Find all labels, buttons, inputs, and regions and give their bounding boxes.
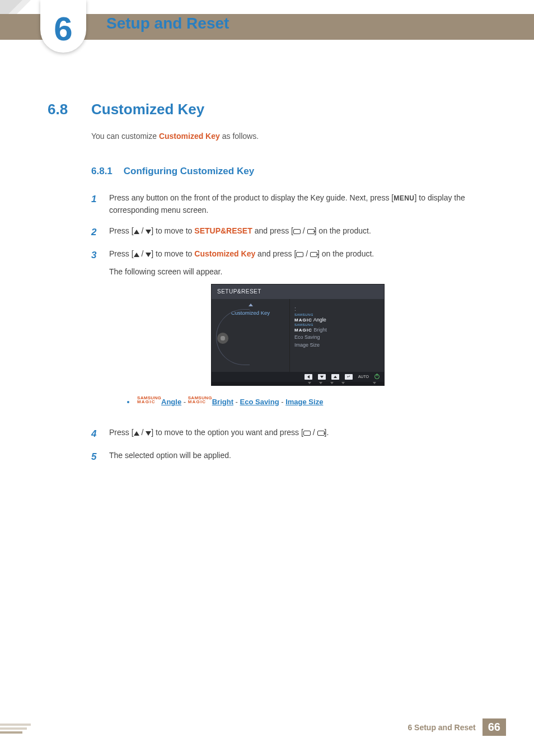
footer-decoration (0, 724, 39, 734)
step-number: 2 (91, 225, 99, 240)
source-icon (293, 229, 301, 234)
step-body: Press [ / ] to move to SETUP&RESET and p… (109, 225, 486, 240)
chapter-number: 6 (54, 10, 72, 48)
left-arrow-icon (305, 374, 312, 380)
up-arrow-icon (134, 230, 139, 234)
power-icon (374, 374, 380, 379)
link-image-size[interactable]: Image Size (285, 398, 323, 406)
subsection-heading-row: 6.8.1 Configuring Customized Key (91, 166, 486, 177)
section-heading-row: 6.8 Customized Key (48, 101, 486, 118)
enter-icon (310, 252, 317, 257)
gear-icon (217, 333, 228, 344)
samsung-magic-tag: SAMSUNGMAGIC (137, 396, 161, 404)
up-arrow-icon (134, 431, 139, 436)
osd-colon: : (294, 306, 296, 312)
osd-nav-bar: ↵ AUTO (212, 372, 384, 382)
intro-post: as follows. (220, 132, 259, 141)
step-2: 2 Press [ / ] to move to SETUP&RESET and… (91, 225, 486, 240)
step-body: Press any button on the front of the pro… (109, 192, 486, 217)
intro-highlight: Customized Key (159, 132, 220, 141)
up-arrow-icon (134, 253, 139, 257)
page-content: 6.8 Customized Key You can customize Cus… (48, 101, 486, 472)
bullet-icon (127, 401, 129, 403)
step-number: 4 (91, 426, 99, 441)
source-icon (296, 252, 303, 257)
step-body: Press [ / ] to move to the option you wa… (109, 426, 486, 441)
source-icon (303, 431, 311, 436)
auto-label: AUTO (358, 374, 369, 380)
down-arrow-icon (146, 431, 151, 436)
steps-list: 1 Press any button on the front of the p… (91, 192, 486, 464)
section-intro: You can customize Customized Key as foll… (91, 130, 486, 142)
step-target: SETUP&RESET (194, 226, 252, 235)
enter-icon: ↵ (345, 374, 353, 380)
down-arrow-icon (341, 382, 345, 384)
osd-screenshot: SETUP&RESET Customized Key : (109, 284, 486, 386)
osd-option-eco: Eco Saving (294, 334, 380, 342)
section-title: Customized Key (91, 101, 204, 118)
step-body: Press [ / ] to move to Customized Key an… (109, 248, 486, 418)
footer-page-number: 66 (483, 718, 506, 736)
step-target: Customized Key (194, 249, 255, 258)
link-angle[interactable]: Angle (161, 398, 181, 406)
down-arrow-icon (146, 230, 151, 234)
step-follow: The following screen will appear. (109, 265, 486, 278)
osd-left-pane: Customized Key (212, 299, 290, 372)
osd-body: Customized Key : SAMSUNG MAGIC Angle (212, 299, 384, 372)
osd-option-angle: SAMSUNG MAGIC Angle (294, 314, 380, 324)
enter-icon (317, 431, 325, 436)
samsung-magic-tag: SAMSUNGMAGIC (188, 396, 212, 404)
options-text: SAMSUNGMAGICAngle - SAMSUNGMAGICBright -… (137, 396, 323, 408)
osd-panel: SETUP&RESET Customized Key : (211, 284, 385, 386)
up-arrow-icon (331, 374, 339, 380)
osd-right-pane: : SAMSUNG MAGIC Angle SAMSUNG MAGIC Brig… (290, 299, 384, 372)
step-1: 1 Press any button on the front of the p… (91, 192, 486, 217)
chapter-title: Setup and Reset (106, 15, 229, 32)
step-body: The selected option will be applied. (109, 449, 486, 464)
link-bright[interactable]: Bright (212, 398, 233, 406)
up-arrow-icon (249, 304, 253, 306)
step-number: 3 (91, 248, 99, 418)
menu-button-label: MENU (394, 194, 414, 202)
down-arrow-icon (146, 253, 151, 257)
osd-option-size: Image Size (294, 342, 380, 349)
subsection-title: Configuring Customized Key (124, 166, 254, 177)
link-eco[interactable]: Eco Saving (240, 398, 279, 406)
osd-selected-item: Customized Key (212, 309, 289, 317)
step-number: 1 (91, 192, 99, 217)
page-footer: 6 Setup and Reset 66 (407, 718, 506, 736)
section-number: 6.8 (48, 101, 77, 118)
osd-option-bright: SAMSUNG MAGIC Bright (294, 324, 380, 334)
intro-pre: You can customize (91, 132, 159, 141)
down-arrow-icon (319, 382, 322, 384)
osd-sub-bar (212, 382, 384, 385)
down-arrow-icon (308, 382, 311, 384)
step-3: 3 Press [ / ] to move to Customized Key … (91, 248, 486, 418)
subsection-number: 6.8.1 (91, 166, 113, 177)
options-bullet: SAMSUNGMAGICAngle - SAMSUNGMAGICBright -… (127, 396, 486, 408)
down-arrow-icon (330, 382, 334, 384)
enter-icon (307, 229, 315, 234)
step-number: 5 (91, 449, 99, 464)
footer-chapter-label: 6 Setup and Reset (407, 723, 475, 732)
down-arrow-icon (318, 374, 326, 380)
step-5: 5 The selected option will be applied. (91, 449, 486, 464)
chapter-badge: 6 (40, 0, 86, 53)
osd-title: SETUP&RESET (212, 284, 384, 299)
down-arrow-icon (373, 382, 376, 384)
step-4: 4 Press [ / ] to move to the option you … (91, 426, 486, 441)
